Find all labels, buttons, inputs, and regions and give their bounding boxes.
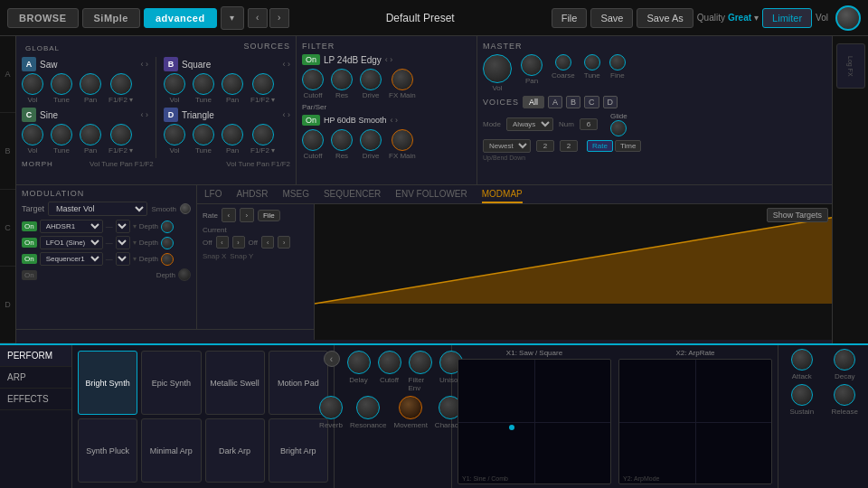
mod-target-select[interactable]: Master Vol bbox=[48, 202, 147, 216]
source-b-vol-knob[interactable] bbox=[164, 73, 185, 95]
voices-d-btn[interactable]: D bbox=[603, 96, 618, 108]
hp-drive-knob[interactable] bbox=[360, 129, 382, 151]
mod-row3-depth-knob[interactable] bbox=[161, 253, 174, 266]
filter-env-knob[interactable] bbox=[409, 351, 432, 374]
preset-prev-button[interactable]: ‹ bbox=[248, 8, 268, 28]
source-b-pan-knob[interactable] bbox=[222, 73, 243, 95]
lfo-file-btn[interactable]: File bbox=[258, 210, 280, 221]
source-a-tune-knob[interactable] bbox=[51, 73, 72, 95]
right-panel-logfx[interactable]: Log FX bbox=[836, 43, 865, 89]
arp-button[interactable]: ARP bbox=[0, 367, 71, 389]
master-pan-knob[interactable] bbox=[521, 54, 542, 76]
xy-pad-2[interactable]: Y2: ArpMode bbox=[618, 359, 772, 484]
delay-knob[interactable] bbox=[347, 351, 371, 374]
attack-knob[interactable] bbox=[791, 349, 813, 371]
source-d-f1f2-knob[interactable] bbox=[252, 124, 274, 145]
resonance-knob[interactable] bbox=[356, 396, 380, 419]
lp-res-knob[interactable] bbox=[331, 69, 353, 90]
source-c-tune-knob[interactable] bbox=[51, 124, 72, 145]
mod-row1-e-select[interactable]: E bbox=[116, 220, 130, 233]
save-button[interactable]: Save bbox=[590, 8, 633, 28]
lfo-off2-prev[interactable]: ‹ bbox=[261, 236, 274, 249]
preset-minimal-arp[interactable]: Minimal Arp bbox=[141, 418, 201, 483]
mod-row3-select[interactable]: Sequencer1 bbox=[40, 252, 103, 266]
lfo-prev-btn[interactable]: ‹ bbox=[222, 208, 236, 222]
preset-metallic-swell[interactable]: Metallic Swell bbox=[205, 351, 265, 415]
tab-ahdsr[interactable]: AHDSR bbox=[236, 189, 268, 203]
mod-row2-e-select[interactable]: E bbox=[116, 236, 130, 249]
source-a-pan-knob[interactable] bbox=[80, 73, 101, 95]
source-c-pan-knob[interactable] bbox=[80, 124, 101, 145]
vol-knob[interactable] bbox=[835, 5, 861, 31]
hp-fxmain-knob[interactable] bbox=[392, 129, 413, 151]
reverb-knob[interactable] bbox=[319, 396, 343, 419]
voices-a-btn[interactable]: A bbox=[548, 96, 562, 108]
master-vol-knob[interactable] bbox=[483, 54, 512, 83]
master-coarse-knob[interactable] bbox=[555, 54, 571, 70]
source-a-vol-knob[interactable] bbox=[22, 73, 43, 95]
file-button[interactable]: File bbox=[552, 8, 588, 28]
simple-button[interactable]: SiMple bbox=[82, 8, 140, 28]
master-fine-knob[interactable] bbox=[609, 54, 626, 70]
source-c-vol-knob[interactable] bbox=[22, 124, 43, 145]
source-c-f1f2-knob[interactable] bbox=[110, 124, 132, 145]
voices-newest-select[interactable]: Newest bbox=[483, 139, 531, 153]
source-d-pan-knob[interactable] bbox=[222, 124, 243, 145]
xy-pad-1[interactable]: Y1: Sine / Comb bbox=[458, 359, 611, 484]
browse-button[interactable]: BROWSE bbox=[7, 8, 79, 28]
voices-always-select[interactable]: Always bbox=[506, 117, 553, 131]
mod-row3-e-select[interactable]: E bbox=[116, 252, 130, 266]
release-knob[interactable] bbox=[834, 384, 855, 406]
rate-button[interactable]: Rate bbox=[587, 140, 613, 152]
smooth-knob[interactable] bbox=[180, 203, 191, 214]
preset-epic-synth[interactable]: Epic Synth bbox=[141, 351, 201, 415]
limiter-button[interactable]: Limiter bbox=[762, 8, 812, 28]
hp-res-knob[interactable] bbox=[331, 129, 353, 151]
master-tune-knob[interactable] bbox=[584, 54, 600, 70]
mod-row2-depth-knob[interactable] bbox=[161, 237, 174, 249]
mod-row2-select[interactable]: LFO1 (Sine) bbox=[40, 236, 103, 249]
effects-button[interactable]: EFFECTS bbox=[0, 389, 71, 410]
voices-b-btn[interactable]: B bbox=[566, 96, 580, 108]
tab-mseg[interactable]: MSEG bbox=[282, 189, 308, 203]
mod-row4-on[interactable]: On bbox=[22, 270, 37, 280]
time-button[interactable]: Time bbox=[615, 140, 641, 152]
glide-knob[interactable] bbox=[610, 120, 627, 136]
mod-row1-select[interactable]: AHDSR1 bbox=[40, 220, 103, 233]
show-targets-button[interactable]: Show Targets bbox=[767, 208, 828, 222]
source-d-vol-knob[interactable] bbox=[164, 124, 185, 145]
mod-row2-on[interactable]: On bbox=[22, 238, 37, 248]
preset-synth-pluck[interactable]: Synth Pluck bbox=[78, 418, 137, 483]
preset-bright-synth[interactable]: Bright Synth bbox=[78, 351, 137, 415]
source-d-tune-knob[interactable] bbox=[193, 124, 214, 145]
source-a-f1f2-knob[interactable] bbox=[110, 73, 132, 95]
lp-cutoff-knob[interactable] bbox=[302, 69, 324, 90]
lp-fxmain-knob[interactable] bbox=[392, 69, 413, 90]
lfo-next-btn[interactable]: › bbox=[240, 208, 254, 222]
voices-all-btn[interactable]: All bbox=[523, 96, 544, 108]
source-b-tune-knob[interactable] bbox=[193, 73, 214, 95]
mod-row1-on[interactable]: On bbox=[22, 221, 37, 231]
voices-c-btn[interactable]: C bbox=[584, 96, 599, 108]
tab-modmap[interactable]: MODMAP bbox=[482, 189, 523, 203]
sustain-knob[interactable] bbox=[791, 384, 813, 406]
lfo-off1-prev[interactable]: ‹ bbox=[216, 236, 229, 249]
decay-knob[interactable] bbox=[834, 349, 855, 371]
perform-button[interactable]: PERFORM bbox=[0, 345, 71, 367]
lfo-off1-next[interactable]: › bbox=[232, 236, 245, 249]
tab-env-follower[interactable]: ENV FOLLOWER bbox=[395, 189, 467, 203]
save-as-button[interactable]: Save As bbox=[637, 8, 693, 28]
mod-row4-depth-knob[interactable] bbox=[178, 268, 191, 281]
movement-knob[interactable] bbox=[399, 396, 422, 419]
tab-lfo[interactable]: LFO bbox=[204, 189, 222, 203]
tab-sequencer[interactable]: SEQUENCER bbox=[324, 189, 381, 203]
cutoff-knob[interactable] bbox=[378, 351, 401, 374]
preset-dark-arp[interactable]: Dark Arp bbox=[205, 418, 265, 483]
lp-drive-knob[interactable] bbox=[360, 69, 382, 90]
mod-row3-on[interactable]: On bbox=[22, 254, 37, 264]
preset-dropdown-arrow[interactable]: ▾ bbox=[221, 6, 244, 30]
advanced-button[interactable]: advanced bbox=[144, 8, 217, 28]
source-b-f1f2-knob[interactable] bbox=[252, 73, 274, 95]
perf-delay-prev[interactable]: ‹ bbox=[324, 351, 340, 367]
preset-next-button[interactable]: › bbox=[269, 8, 289, 28]
